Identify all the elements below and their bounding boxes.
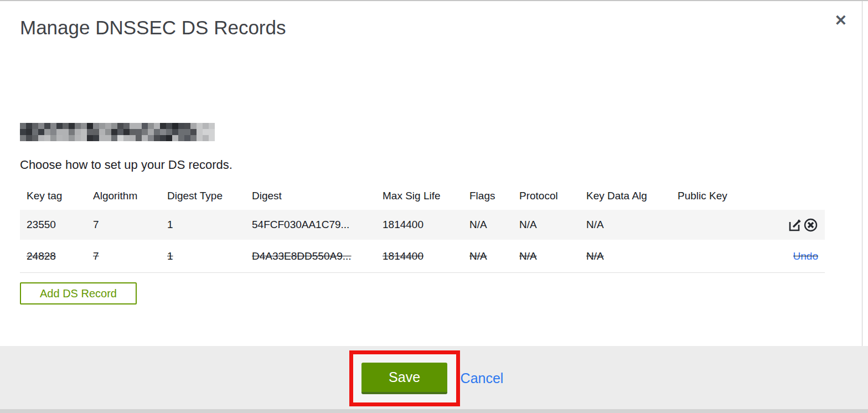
redacted-pixel (136, 123, 142, 129)
page-title: Manage DNSSEC DS Records (20, 17, 848, 39)
cancel-link[interactable]: Cancel (461, 370, 504, 386)
table-header-row: Key tag Algorithm Digest Type Digest Max… (20, 182, 825, 210)
redacted-pixel (190, 123, 197, 129)
redacted-pixel (160, 129, 166, 135)
redacted-pixel (136, 129, 142, 135)
redacted-pixel (93, 129, 99, 135)
redacted-pixel (178, 135, 184, 141)
table-row: 23550 7 1 54FCF030AA1C79... 1814400 N/A … (20, 210, 825, 240)
redacted-pixel (160, 123, 166, 129)
redacted-pixel (44, 135, 50, 141)
redacted-pixel (87, 135, 93, 141)
redacted-pixel (190, 129, 197, 135)
redacted-pixel (148, 129, 154, 135)
redacted-pixel (154, 123, 160, 129)
redacted-pixel (117, 129, 123, 135)
cell-key-tag: 23550 (27, 219, 93, 231)
cell-algorithm: 7 (93, 250, 167, 262)
redacted-pixel (111, 129, 117, 135)
redacted-pixel (81, 129, 87, 135)
cell-digest-type: 1 (167, 219, 252, 231)
row-actions: Undo (793, 250, 818, 262)
cell-max-sig-life: 1814400 (383, 250, 469, 262)
redacted-pixel (26, 135, 32, 141)
redacted-pixel (209, 129, 215, 135)
add-ds-record-button[interactable]: Add DS Record (20, 282, 137, 304)
redacted-pixel (69, 135, 75, 141)
redacted-pixel (44, 129, 50, 135)
redacted-pixel (26, 123, 32, 129)
redacted-pixel (56, 123, 63, 129)
redacted-pixel (197, 129, 203, 135)
redacted-pixel (197, 135, 203, 141)
redacted-pixel (26, 129, 32, 135)
redacted-pixel (142, 135, 148, 141)
redacted-pixel (154, 135, 160, 141)
redacted-pixel (38, 135, 44, 141)
cell-digest: D4A33E8DD550A9... (252, 250, 383, 262)
redacted-pixel (81, 135, 87, 141)
table-row-deleted: 24828 7 1 D4A33E8DD550A9... 1814400 N/A … (20, 240, 825, 273)
redacted-pixel (148, 135, 154, 141)
redacted-pixel (105, 129, 111, 135)
cell-protocol: N/A (519, 250, 586, 262)
redacted-pixel (142, 123, 148, 129)
redacted-pixel (190, 135, 197, 141)
redacted-pixel (32, 129, 38, 135)
col-header-flags: Flags (469, 190, 519, 202)
redacted-pixel (166, 123, 172, 129)
row-actions (787, 218, 818, 233)
redacted-pixel (69, 123, 75, 129)
red-annotation-box: Save (349, 350, 460, 406)
undo-link[interactable]: Undo (793, 250, 818, 262)
col-header-max-sig-life: Max Sig Life (383, 190, 469, 202)
redacted-pixel (20, 129, 26, 135)
redacted-pixel (203, 123, 209, 129)
redacted-pixel (123, 123, 130, 129)
cell-flags: N/A (469, 250, 519, 262)
redacted-pixel (87, 123, 93, 129)
redacted-pixel (142, 129, 148, 135)
redacted-pixel (75, 135, 81, 141)
redacted-pixel (148, 123, 154, 129)
redacted-pixel (172, 129, 178, 135)
redacted-domain-name (20, 123, 215, 141)
redacted-pixel (178, 129, 184, 135)
footer-actions: Save Cancel (349, 350, 504, 406)
redacted-pixel (38, 123, 44, 129)
ds-records-table: Key tag Algorithm Digest Type Digest Max… (20, 182, 825, 273)
redacted-pixel (38, 129, 44, 135)
redacted-pixel (172, 123, 178, 129)
col-header-key-tag: Key tag (27, 190, 93, 202)
redacted-pixel (184, 129, 190, 135)
redacted-pixel (50, 123, 56, 129)
redacted-pixel (93, 135, 99, 141)
redacted-pixel (75, 123, 81, 129)
redacted-pixel (20, 135, 26, 141)
redacted-pixel (56, 135, 63, 141)
redacted-pixel (130, 123, 136, 129)
redacted-pixel (111, 135, 117, 141)
redacted-pixel (117, 135, 123, 141)
redacted-pixel (50, 129, 56, 135)
delete-icon[interactable] (803, 218, 818, 233)
redacted-pixel (20, 123, 26, 129)
cell-protocol: N/A (519, 219, 586, 231)
modal-footer: Save Cancel (0, 346, 868, 411)
col-header-public-key: Public Key (678, 190, 768, 202)
redacted-pixel (166, 135, 172, 141)
redacted-pixel (203, 135, 209, 141)
cell-algorithm: 7 (93, 219, 167, 231)
save-button[interactable]: Save (361, 363, 447, 394)
cell-key-data-alg: N/A (586, 219, 678, 231)
redacted-pixel (130, 135, 136, 141)
col-header-algorithm: Algorithm (93, 190, 167, 202)
redacted-pixel (69, 129, 75, 135)
redacted-pixel (32, 135, 38, 141)
redacted-pixel (209, 135, 215, 141)
edit-icon[interactable] (787, 218, 802, 233)
close-icon[interactable]: ✕ (834, 13, 847, 28)
redacted-pixel (184, 135, 190, 141)
redacted-pixel (154, 129, 160, 135)
redacted-pixel (63, 123, 69, 129)
